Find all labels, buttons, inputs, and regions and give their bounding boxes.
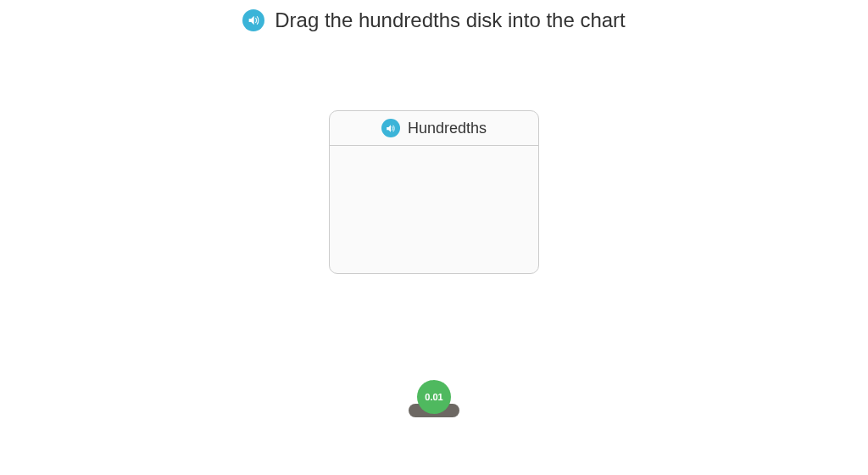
speaker-icon[interactable]: [242, 9, 264, 31]
instruction-row: Drag the hundredths disk into the chart: [0, 0, 868, 32]
hundredths-disk[interactable]: 0.01: [417, 380, 451, 414]
speaker-icon[interactable]: [381, 119, 400, 137]
chart-header-label: Hundredths: [408, 120, 487, 137]
instruction-text: Drag the hundredths disk into the chart: [275, 8, 626, 32]
place-value-chart: Hundredths: [329, 110, 539, 274]
disk-label: 0.01: [425, 392, 442, 402]
chart-header: Hundredths: [330, 111, 538, 146]
chart-dropzone[interactable]: [330, 146, 538, 273]
